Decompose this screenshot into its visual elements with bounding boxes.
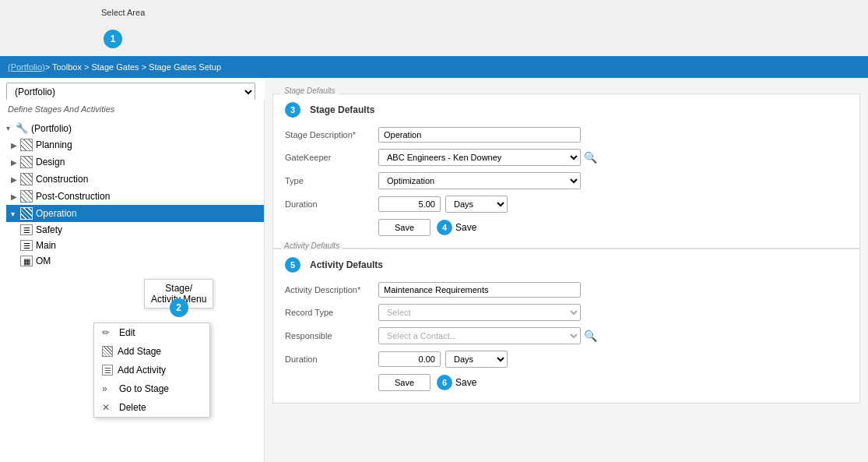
- safety-label: Safety: [36, 224, 62, 235]
- gatekeeper-search-icon[interactable]: 🔍: [584, 151, 597, 164]
- select-area-label: Select Area: [101, 8, 145, 17]
- operation-hatch-icon: [20, 207, 33, 220]
- badge-5: 5: [285, 257, 300, 273]
- type-select[interactable]: Optimization Standard: [378, 172, 581, 189]
- stage-duration-unit-select[interactable]: Days Weeks Months: [445, 196, 508, 213]
- tree-item-safety[interactable]: ☰ Safety: [16, 222, 264, 238]
- go-to-stage-icon: »: [102, 383, 114, 394]
- design-label: Design: [36, 157, 65, 168]
- gatekeeper-select[interactable]: ABC Engineers - Ken Downey: [378, 149, 581, 166]
- portfolio-select[interactable]: (Portfolio): [6, 83, 255, 101]
- record-type-label: Record Type: [285, 308, 378, 317]
- activity-defaults-header: 5 Activity Defaults: [285, 257, 848, 273]
- main-list-icon: ☰: [20, 240, 33, 251]
- badge-2: 2: [170, 298, 188, 317]
- stage-description-label: Stage Description*: [285, 130, 378, 139]
- stage-description-input[interactable]: [378, 127, 581, 143]
- planning-label: Planning: [36, 139, 72, 150]
- breadcrumb-portfolio-link[interactable]: (Portfolio): [8, 62, 45, 72]
- planning-chevron-icon: ▶: [11, 141, 20, 150]
- activity-defaults-tag: Activity Defaults: [281, 242, 343, 250]
- stage-activity-menu-tooltip: Stage/Activity Menu 2: [144, 279, 213, 309]
- operation-chevron-icon: ▾: [11, 210, 20, 218]
- operation-label: Operation: [36, 208, 77, 219]
- stage-save-label: Save: [455, 222, 476, 233]
- gatekeeper-label: GateKeeper: [285, 153, 378, 162]
- activity-duration-unit-select[interactable]: Days Weeks Months: [445, 351, 508, 368]
- activity-description-label: Activity Description*: [285, 285, 378, 294]
- root-folder-icon: 🔧: [16, 122, 28, 134]
- context-menu-delete[interactable]: ✕ Delete: [94, 398, 209, 417]
- type-label: Type: [285, 176, 378, 185]
- right-panel: Stage Defaults 3 Stage Defaults Stage De…: [265, 78, 868, 462]
- construction-chevron-icon: ▶: [11, 175, 20, 184]
- context-menu: ✏ Edit Add Stage ☰ Add Activity » Go to …: [93, 323, 210, 418]
- stage-defaults-section: Stage Defaults 3 Stage Defaults Stage De…: [272, 93, 860, 249]
- stage-duration-input[interactable]: [378, 196, 441, 212]
- badge-3: 3: [285, 102, 300, 118]
- stage-defaults-title: Stage Defaults: [310, 104, 374, 115]
- tree-root-label: (Portfolio): [31, 123, 72, 134]
- activity-duration-input[interactable]: [378, 351, 441, 367]
- stage-defaults-tag: Stage Defaults: [281, 86, 339, 95]
- breadcrumb-bar: (Portfolio) > Toolbox > Stage Gates > St…: [0, 56, 868, 78]
- step-badge-1: 1: [104, 30, 122, 48]
- tree-item-construction[interactable]: ▶ Construction: [6, 171, 264, 188]
- activity-defaults-section: Activity Defaults 5 Activity Defaults Ac…: [272, 249, 860, 404]
- edit-icon: ✏: [102, 327, 114, 338]
- root-chevron-icon: ▾: [6, 124, 16, 132]
- stage-save-button[interactable]: Save: [378, 219, 430, 236]
- responsible-label: Responsible: [285, 331, 378, 340]
- post-construction-label: Post-Construction: [36, 191, 110, 202]
- add-activity-icon: ☰: [102, 365, 113, 376]
- context-menu-add-stage[interactable]: Add Stage: [94, 342, 209, 361]
- tree-item-planning[interactable]: ▶ Planning: [6, 136, 264, 153]
- activity-save-label: Save: [455, 377, 476, 388]
- badge-6: 6: [437, 375, 452, 390]
- stage-defaults-header: 3 Stage Defaults: [285, 102, 848, 118]
- delete-icon: ✕: [102, 402, 114, 413]
- tree-item-design[interactable]: ▶ Design: [6, 153, 264, 171]
- om-label: OM: [36, 256, 51, 266]
- post-construction-hatch-icon: [20, 190, 33, 203]
- design-hatch-icon: [20, 156, 33, 168]
- design-chevron-icon: ▶: [11, 158, 20, 167]
- add-stage-label: Add Stage: [118, 346, 161, 357]
- delete-label: Delete: [119, 402, 146, 413]
- activity-defaults-title: Activity Defaults: [310, 259, 383, 270]
- stage-duration-label: Duration: [285, 199, 378, 209]
- tree-item-om[interactable]: ▦ OM: [16, 253, 264, 269]
- edit-label: Edit: [119, 327, 135, 338]
- define-stages-title: Define Stages And Activities: [0, 100, 264, 117]
- context-menu-edit[interactable]: ✏ Edit: [94, 323, 209, 342]
- add-stage-icon: [102, 346, 113, 357]
- responsible-select[interactable]: Select a Contact...: [378, 327, 581, 344]
- tree-item-operation[interactable]: ▾ Operation: [6, 205, 264, 222]
- post-construction-chevron-icon: ▶: [11, 192, 20, 201]
- main-label: Main: [36, 240, 56, 251]
- planning-hatch-icon: [20, 139, 33, 151]
- tree-root[interactable]: ▾ 🔧 (Portfolio): [0, 120, 264, 136]
- context-menu-go-to-stage[interactable]: » Go to Stage: [94, 379, 209, 398]
- left-panel: Define Stages And Activities ▾ 🔧 (Portfo…: [0, 100, 265, 462]
- context-menu-add-activity[interactable]: ☰ Add Activity: [94, 361, 209, 379]
- om-doc-icon: ▦: [20, 256, 33, 266]
- tree-item-main[interactable]: ☰ Main: [16, 238, 264, 253]
- safety-list-icon: ☰: [20, 224, 33, 235]
- tree-item-post-construction[interactable]: ▶ Post-Construction: [6, 188, 264, 205]
- activity-save-button[interactable]: Save: [378, 374, 430, 391]
- go-to-stage-label: Go to Stage: [119, 383, 169, 394]
- responsible-search-icon[interactable]: 🔍: [584, 330, 597, 342]
- construction-label: Construction: [36, 174, 88, 185]
- construction-hatch-icon: [20, 173, 33, 185]
- record-type-select[interactable]: Select: [378, 304, 581, 321]
- breadcrumb-path: > Toolbox > Stage Gates > Stage Gates Se…: [45, 62, 221, 72]
- activity-duration-label: Duration: [285, 354, 378, 364]
- activity-description-input[interactable]: [378, 282, 581, 298]
- badge-4: 4: [437, 220, 452, 235]
- add-activity-label: Add Activity: [118, 365, 166, 376]
